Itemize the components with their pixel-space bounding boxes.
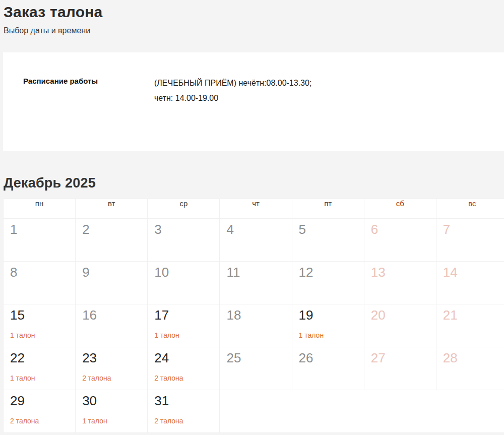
day-number: 12	[299, 265, 364, 280]
calendar: пнвтсрчтптсбвс 1234567891011121314151 та…	[3, 199, 504, 433]
calendar-week-row: 151 талон16171 талон18191 талон2021	[4, 304, 504, 347]
day-number: 20	[371, 307, 436, 323]
day-number: 29	[10, 393, 75, 408]
calendar-day-27: 27	[364, 347, 436, 390]
day-number: 17	[154, 307, 219, 323]
schedule-line-1: (ЛЕЧЕБНЫЙ ПРИЁМ) нечётн:08.00-13.30;	[154, 76, 311, 91]
weekday-header-вт: вт	[76, 199, 148, 219]
weekday-header-пт: пт	[292, 199, 364, 219]
day-number: 31	[154, 393, 219, 408]
calendar-week-row: 221 талон232 талона242 талона25262728	[4, 347, 504, 390]
calendar-day-16: 16	[76, 304, 148, 347]
calendar-day-26: 26	[292, 347, 364, 390]
day-number: 26	[299, 350, 364, 365]
day-number: 10	[154, 265, 219, 280]
day-number: 22	[10, 350, 75, 365]
page-title: Заказ талона	[4, 3, 504, 21]
tickets-label: 1 талон	[299, 331, 364, 339]
tickets-label: 1 талон	[10, 331, 75, 339]
day-number: 11	[226, 265, 291, 280]
calendar-day-15[interactable]: 151 талон	[4, 304, 76, 347]
calendar-day-29[interactable]: 292 талона	[4, 390, 76, 433]
schedule-value: (ЛЕЧЕБНЫЙ ПРИЁМ) нечётн:08.00-13.30; чет…	[154, 76, 311, 151]
tickets-label: 1 талон	[10, 374, 75, 382]
schedule-label: Расписание работы	[23, 76, 154, 151]
tickets-label: 2 талона	[10, 417, 75, 425]
calendar-day-8: 8	[4, 262, 76, 304]
day-number: 15	[10, 307, 75, 323]
calendar-day-17[interactable]: 171 талон	[148, 304, 220, 347]
day-number: 30	[82, 393, 147, 408]
day-number: 19	[299, 307, 364, 323]
page-header: Заказ талона Выбор даты и времени	[0, 0, 504, 35]
day-number: 16	[82, 307, 147, 323]
calendar-day-10: 10	[148, 262, 220, 304]
month-title: Декабрь 2025	[4, 175, 504, 191]
page-subtitle: Выбор даты и времени	[4, 26, 504, 35]
tickets-label: 1 талон	[154, 331, 219, 339]
calendar-day-5: 5	[292, 219, 364, 262]
schedule-card: Расписание работы (ЛЕЧЕБНЫЙ ПРИЁМ) нечёт…	[3, 52, 504, 151]
calendar-day-19[interactable]: 191 талон	[292, 304, 364, 347]
calendar-day-4: 4	[220, 219, 292, 262]
calendar-day-28: 28	[436, 347, 504, 390]
calendar-day-22[interactable]: 221 талон	[4, 347, 76, 390]
calendar-day-12: 12	[292, 262, 364, 304]
calendar-body: 1234567891011121314151 талон16171 талон1…	[4, 219, 504, 433]
day-number: 28	[443, 350, 504, 365]
tickets-label: 2 талона	[154, 417, 219, 425]
tickets-label: 2 талона	[154, 374, 219, 382]
calendar-day-3: 3	[148, 219, 220, 262]
day-number: 14	[443, 265, 504, 280]
calendar-day-14: 14	[436, 262, 504, 304]
calendar-week-row: 292 талона301 талон312 талона	[4, 390, 504, 433]
calendar-day-30[interactable]: 301 талон	[76, 390, 148, 433]
weekday-header-вс: вс	[436, 199, 504, 219]
weekday-header-row: пнвтсрчтптсбвс	[4, 199, 504, 219]
calendar-day-7: 7	[436, 219, 504, 262]
calendar-day-1: 1	[4, 219, 76, 262]
calendar-empty-cell	[220, 390, 504, 433]
day-number: 4	[226, 222, 291, 237]
weekday-header-сб: сб	[364, 199, 436, 219]
day-number: 27	[371, 350, 436, 365]
calendar-day-20: 20	[364, 304, 436, 347]
day-number: 24	[154, 350, 219, 365]
calendar-day-2: 2	[76, 219, 148, 262]
day-number: 1	[10, 222, 75, 237]
day-number: 5	[299, 222, 364, 237]
day-number: 25	[226, 350, 291, 365]
weekday-header-пн: пн	[4, 199, 76, 219]
day-number: 13	[371, 265, 436, 280]
day-number: 3	[154, 222, 219, 237]
day-number: 21	[443, 307, 504, 323]
day-number: 2	[82, 222, 147, 237]
calendar-day-23[interactable]: 232 талона	[76, 347, 148, 390]
calendar-week-row: 891011121314	[4, 262, 504, 304]
day-number: 18	[226, 307, 291, 323]
calendar-table: пнвтсрчтптсбвс 1234567891011121314151 та…	[3, 199, 504, 433]
calendar-day-25: 25	[220, 347, 292, 390]
schedule-line-2: четн: 14.00-19.00	[154, 91, 311, 106]
calendar-day-13: 13	[364, 262, 436, 304]
day-number: 8	[10, 265, 75, 280]
tickets-label: 1 талон	[82, 417, 147, 425]
day-number: 23	[82, 350, 147, 365]
calendar-day-31[interactable]: 312 талона	[148, 390, 220, 433]
day-number: 9	[82, 265, 147, 280]
calendar-day-24[interactable]: 242 талона	[148, 347, 220, 390]
calendar-day-21: 21	[436, 304, 504, 347]
weekday-header-чт: чт	[220, 199, 292, 219]
calendar-week-row: 1234567	[4, 219, 504, 262]
calendar-day-9: 9	[76, 262, 148, 304]
weekday-header-ср: ср	[148, 199, 220, 219]
calendar-day-11: 11	[220, 262, 292, 304]
calendar-day-18: 18	[220, 304, 292, 347]
day-number: 7	[443, 222, 504, 237]
calendar-day-6: 6	[364, 219, 436, 262]
day-number: 6	[371, 222, 436, 237]
tickets-label: 2 талона	[82, 374, 147, 382]
